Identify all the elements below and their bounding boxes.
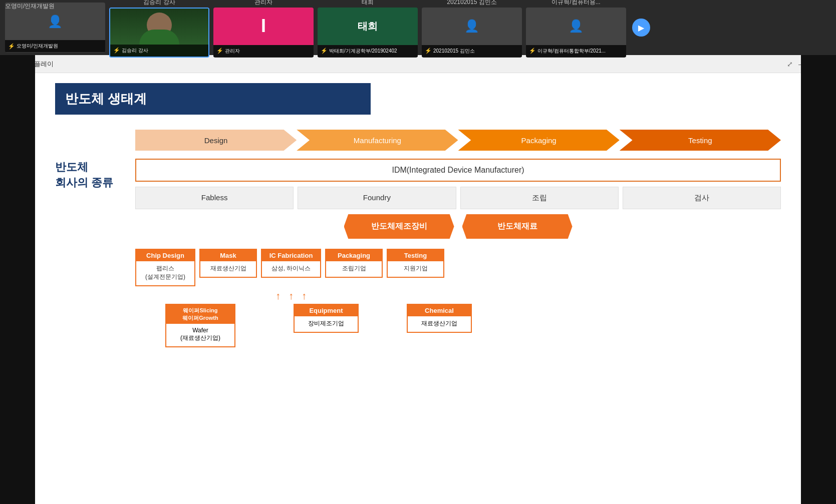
next-arrow-icon: ▶ — [638, 23, 644, 33]
lower-equipment-header: Equipment — [295, 305, 358, 316]
mic-icon-p1: ⚡ — [8, 43, 15, 50]
participant-2[interactable]: ⚡ 김승리 강사 — [109, 8, 209, 58]
lower-chemical: Chemical 재료생산기업 — [407, 304, 472, 333]
detail-testing-body: 지원기업 — [391, 264, 440, 273]
window-title-bar: 무선 디스플레이 ⤢ — ❐ ✕ — [0, 55, 836, 73]
company-assembly: 조립 — [460, 187, 619, 209]
participant-4-name: 박태희/기계공학부/201902402 — [329, 48, 397, 55]
slide-content: 반도체 생태계 반도체 회사의 종류 Design Manufacturing … — [35, 73, 801, 504]
detail-packaging: Packaging 조립기업 — [325, 249, 383, 278]
participant-2-title: 김승리 강사 — [109, 0, 209, 8]
mic-icon-p6: ⚡ — [529, 48, 536, 54]
participant-6-title: 이규혁/컴퓨터용... — [526, 0, 626, 8]
participant-6-name: 이규혁/컴퓨터통합학부/2021... — [537, 48, 606, 55]
arrows-up: ↑ ↑ ↑ — [275, 290, 781, 302]
lower-chemical-header: Chemical — [408, 305, 471, 316]
detail-chip-design-header: Chip Design — [136, 250, 194, 261]
detail-chip-design: Chip Design 팹리스(설계전문기업) — [135, 249, 195, 286]
arrow-3: ↑ — [302, 290, 307, 302]
step-packaging: Packaging — [458, 130, 620, 151]
slide-title: 반도체 생태계 — [55, 83, 371, 115]
company-fabless: Fabless — [135, 187, 294, 209]
detail-testing: Testing 지원기업 — [387, 249, 444, 278]
participant-bar: 👤 ⚡ 오영미/인재개발원 오영미/인재개발원 김승리 강사 ⚡ 김승리 강사 — [0, 0, 836, 55]
mic-icon-p5: ⚡ — [425, 48, 432, 54]
process-flow: Design Manufacturing Packaging Testing — [135, 130, 781, 151]
detail-ic-fab-body: 삼성, 하이닉스 — [265, 264, 317, 273]
step-design: Design — [135, 130, 297, 151]
banner-row: 반도체제조장비 반도체재료 — [135, 214, 781, 239]
lower-equipment: Equipment 장비제조기업 — [294, 304, 359, 333]
detail-testing-header: Testing — [388, 250, 443, 261]
left-sidebar — [0, 55, 35, 504]
detail-packaging-body: 조립기업 — [329, 264, 379, 273]
lower-row: 웨이퍼Slicing 웨이퍼Growth Wafer(재료생산기업) Equip… — [165, 304, 781, 347]
participant-3-name: 관리자 — [225, 48, 240, 55]
participant-4[interactable]: 태희 ⚡ 박태희/기계공학부/201902402 — [318, 8, 418, 58]
detail-mask: Mask 재료생산기업 — [199, 249, 257, 278]
step-manufacturing: Manufacturing — [297, 130, 458, 151]
participant-5-title: 202102015 김민소 — [422, 0, 522, 8]
detail-mask-body: 재료생산기업 — [203, 264, 253, 273]
mic-icon-p2: ⚡ — [113, 47, 120, 54]
banner-materials: 반도체재료 — [462, 214, 573, 239]
participant-2-name: 김승리 강사 — [122, 47, 148, 54]
company-testing: 검사 — [623, 187, 781, 209]
arrow-1: ↑ — [275, 290, 281, 302]
lower-wafer-header: 웨이퍼Slicing 웨이퍼Growth — [166, 305, 234, 324]
expand-button[interactable]: ⤢ — [786, 60, 794, 68]
participant-1-title: 오영미/인재개발원 — [5, 2, 55, 11]
step-testing: Testing — [620, 130, 781, 151]
diagram-section: Design Manufacturing Packaging Testing I… — [135, 130, 781, 347]
company-foundry: Foundry — [298, 187, 456, 209]
detail-chip-design-body: 팹리스(설계전문기업) — [139, 264, 191, 281]
participant-5-name: 202102015 김민소 — [433, 48, 475, 55]
participant-5[interactable]: 👤 ⚡ 202102015 김민소 — [422, 8, 522, 58]
arrow-2: ↑ — [289, 290, 294, 302]
detail-mask-header: Mask — [200, 250, 256, 261]
participant-1-name: 오영미/인재개발원 — [17, 43, 58, 50]
right-sidebar — [801, 55, 836, 504]
participant-2-container: 김승리 강사 ⚡ 김승리 강사 — [109, 0, 209, 58]
idm-box: IDM(Integrated Device Manufacturer) — [135, 159, 781, 182]
detail-ic-fab-header: IC Fabrication — [262, 250, 320, 261]
mic-icon-p4: ⚡ — [321, 48, 328, 54]
participant-4-title: 태희 — [318, 0, 418, 8]
participant-4-avatar: 태희 — [358, 20, 378, 33]
participant-3-avatar: I — [261, 16, 266, 37]
participant-3-container: 관리자 I ⚡ 관리자 — [213, 0, 314, 58]
detail-ic-fab: IC Fabrication 삼성, 하이닉스 — [261, 249, 321, 278]
lower-wafer-body: Wafer(재료생산기업) — [169, 327, 231, 342]
participant-4-container: 태희 태희 ⚡ 박태희/기계공학부/201902402 — [318, 0, 418, 58]
participant-5-container: 202102015 김민소 👤 ⚡ 202102015 김민소 — [422, 0, 522, 58]
mic-icon-p3: ⚡ — [216, 48, 223, 54]
lower-equipment-body: 장비제조기업 — [298, 319, 355, 328]
detail-top-row: Chip Design 팹리스(설계전문기업) Mask 재료생산기업 IC F… — [135, 249, 781, 286]
participant-3-title: 관리자 — [213, 0, 314, 8]
lower-wafer: 웨이퍼Slicing 웨이퍼Growth Wafer(재료생산기업) — [165, 304, 235, 347]
participant-6[interactable]: 👤 ⚡ 이규혁/컴퓨터통합학부/2021... — [526, 8, 626, 58]
lower-chemical-body: 재료생산기업 — [411, 319, 468, 328]
participant-3[interactable]: I ⚡ 관리자 — [213, 8, 314, 58]
banner-manufacturing-equipment: 반도체제조장비 — [344, 214, 454, 239]
company-types-row: Fabless Foundry 조립 검사 — [135, 187, 781, 209]
left-label: 반도체 회사의 종류 — [55, 130, 115, 347]
detail-packaging-header: Packaging — [326, 250, 382, 261]
participant-6-container: 이규혁/컴퓨터용... 👤 ⚡ 이규혁/컴퓨터통합학부/2021... — [526, 0, 626, 58]
next-participants-button[interactable]: ▶ — [632, 19, 650, 37]
